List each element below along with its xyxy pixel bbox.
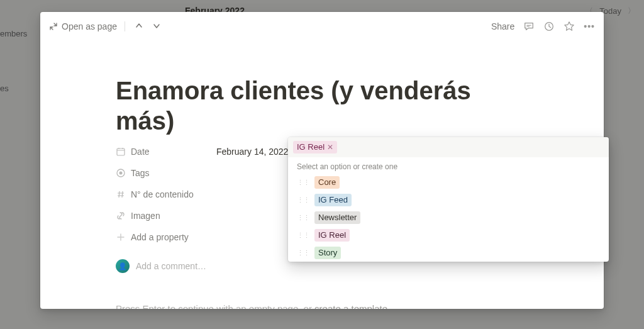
drag-handle-icon[interactable]: ⋮⋮ — [297, 196, 309, 204]
divider — [125, 21, 125, 31]
tag-select-popover: IG Reel ✕ Select an option or create one… — [288, 137, 609, 262]
share-button[interactable]: Share — [491, 21, 514, 31]
next-page-icon[interactable] — [150, 19, 163, 34]
page-title[interactable]: Enamora clientes (y venderás más) — [116, 75, 528, 136]
drag-handle-icon[interactable]: ⋮⋮ — [297, 214, 309, 222]
link-icon — [116, 211, 126, 221]
tag-option[interactable]: ⋮⋮Core — [288, 174, 609, 191]
tag-option-chip: IG Reel — [314, 229, 350, 242]
updates-icon[interactable] — [543, 21, 555, 32]
tag-option[interactable]: ⋮⋮IG Reel — [288, 226, 609, 244]
tag-input-row[interactable]: IG Reel ✕ — [288, 137, 609, 157]
empty-page-hint: Press Enter to continue with an empty pa… — [116, 303, 528, 309]
drag-handle-icon[interactable]: ⋮⋮ — [297, 249, 309, 257]
drag-handle-icon[interactable]: ⋮⋮ — [297, 231, 309, 240]
numero-label: N° de contenido — [131, 189, 194, 199]
hash-icon — [116, 189, 126, 199]
tag-option-chip: Core — [314, 176, 340, 189]
tag-option[interactable]: ⋮⋮Newsletter — [288, 209, 609, 226]
avatar: 👤 — [116, 259, 130, 273]
prev-page-icon[interactable] — [133, 19, 145, 34]
tag-option-chip: Story — [314, 247, 341, 259]
svg-rect-1 — [117, 148, 125, 155]
favorite-icon[interactable] — [564, 21, 575, 32]
selected-tag-chip[interactable]: IG Reel ✕ — [293, 141, 337, 153]
drag-handle-icon[interactable]: ⋮⋮ — [297, 179, 309, 187]
comment-placeholder[interactable]: Add a comment… — [136, 261, 206, 271]
calendar-icon — [116, 147, 126, 157]
tag-icon — [116, 168, 126, 178]
tag-option[interactable]: ⋮⋮IG Feed — [288, 191, 609, 209]
tag-option-chip: Newsletter — [314, 211, 360, 224]
create-template-link[interactable]: create a template — [314, 303, 387, 309]
imagen-label: Imagen — [131, 211, 160, 221]
plus-icon — [116, 232, 126, 242]
tags-label: Tags — [131, 168, 150, 178]
svg-point-3 — [119, 172, 123, 175]
date-value[interactable]: February 14, 2022 — [216, 147, 288, 157]
tag-option[interactable]: ⋮⋮Story — [288, 244, 609, 262]
remove-tag-icon[interactable]: ✕ — [327, 142, 333, 153]
tag-option-chip: IG Feed — [314, 194, 352, 206]
open-as-page-button[interactable]: Open as page — [49, 21, 117, 31]
expand-icon — [49, 22, 58, 31]
more-icon[interactable]: ••• — [584, 21, 595, 31]
add-property-label: Add a property — [131, 232, 189, 242]
tag-hint: Select an option or create one — [288, 157, 609, 174]
comments-icon[interactable] — [523, 21, 535, 32]
date-label: Date — [131, 147, 150, 157]
